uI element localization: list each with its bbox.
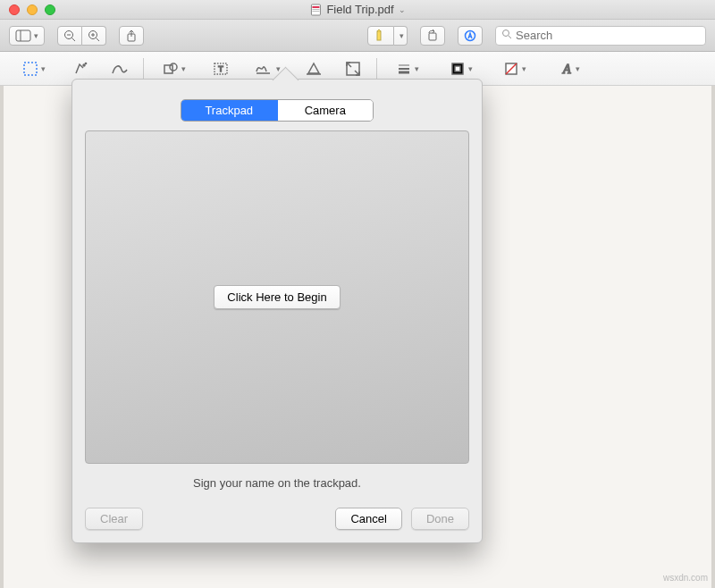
tab-camera[interactable]: Camera	[277, 100, 374, 121]
highlight-group: ▾	[367, 26, 408, 46]
chevron-down-icon: ▾	[415, 64, 419, 73]
svg-rect-37	[455, 66, 460, 71]
line-style-button[interactable]: ▾	[383, 57, 433, 80]
pdf-file-icon	[309, 4, 322, 16]
svg-line-7	[72, 38, 76, 41]
draw-button[interactable]	[102, 57, 138, 80]
close-window-button[interactable]	[9, 4, 20, 15]
preview-window: Field Trip.pdf ⌄ ▾ ▾	[0, 0, 715, 588]
zoom-group	[57, 26, 106, 46]
svg-point-22	[85, 63, 86, 63]
chevron-down-icon: ▾	[34, 31, 38, 40]
signature-source-tabs: Trackpad Camera	[181, 99, 374, 122]
popover-button-row: Clear Cancel Done	[85, 508, 469, 530]
signature-instruction: Sign your name on the trackpad.	[85, 476, 469, 490]
svg-rect-15	[377, 31, 381, 40]
signature-popover: Trackpad Camera Click Here to Begin Sign…	[72, 79, 483, 543]
watermark: wsxdn.com	[663, 573, 708, 583]
zoom-out-button[interactable]	[57, 26, 82, 46]
chevron-down-icon: ▾	[400, 31, 404, 40]
rotate-button[interactable]	[420, 26, 445, 46]
zoom-in-button[interactable]	[82, 26, 106, 46]
markup-button[interactable]	[458, 26, 483, 46]
title-bar: Field Trip.pdf ⌄	[0, 0, 715, 20]
fill-color-button[interactable]: ▾	[490, 57, 540, 80]
text-button[interactable]: T	[203, 57, 239, 80]
svg-line-10	[97, 38, 100, 41]
svg-text:T: T	[218, 64, 223, 73]
svg-rect-1	[312, 6, 319, 8]
svg-point-21	[83, 64, 85, 66]
svg-rect-2	[312, 9, 319, 10]
search-field[interactable]	[495, 26, 706, 46]
svg-rect-20	[24, 63, 37, 75]
text-style-button[interactable]: A▾	[543, 57, 593, 80]
svg-text:A: A	[562, 63, 571, 76]
chevron-down-icon: ▾	[181, 64, 186, 73]
share-button[interactable]	[119, 26, 144, 46]
signature-pad[interactable]: Click Here to Begin	[85, 130, 469, 464]
svg-marker-28	[308, 63, 319, 73]
shapes-button[interactable]: ▾	[149, 57, 199, 80]
view-sidebar-button[interactable]: ▾	[9, 26, 45, 46]
document-title[interactable]: Field Trip.pdf ⌄	[309, 3, 405, 16]
minimize-window-button[interactable]	[27, 4, 38, 15]
adjust-color-button[interactable]	[296, 57, 332, 80]
search-input[interactable]	[516, 29, 700, 42]
search-icon	[501, 29, 512, 42]
svg-rect-4	[16, 30, 30, 41]
begin-signature-button[interactable]: Click Here to Begin	[214, 285, 340, 309]
instant-alpha-button[interactable]	[63, 57, 98, 80]
adjust-size-button[interactable]	[335, 57, 371, 80]
svg-point-18	[503, 30, 509, 37]
border-color-button[interactable]: ▾	[436, 57, 486, 80]
main-toolbar: ▾ ▾	[0, 20, 715, 52]
svg-line-31	[348, 63, 351, 67]
svg-line-32	[355, 71, 358, 74]
done-button[interactable]: Done	[411, 508, 469, 530]
document-title-text: Field Trip.pdf	[326, 3, 393, 16]
highlight-menu-button[interactable]: ▾	[394, 26, 408, 46]
title-dropdown-icon[interactable]: ⌄	[399, 5, 406, 14]
traffic-lights	[0, 4, 55, 15]
chevron-down-icon: ▾	[576, 64, 580, 73]
svg-line-19	[509, 36, 511, 38]
chevron-down-icon: ▾	[522, 64, 526, 73]
svg-rect-3	[312, 11, 319, 12]
clear-button[interactable]: Clear	[85, 508, 143, 530]
document-content: Trackpad Camera Click Here to Begin Sign…	[0, 86, 715, 588]
chevron-down-icon: ▾	[41, 64, 46, 73]
maximize-window-button[interactable]	[45, 4, 55, 15]
highlight-button[interactable]	[367, 26, 394, 46]
chevron-down-icon: ▾	[468, 64, 473, 73]
selection-tool-button[interactable]: ▾	[9, 57, 59, 80]
svg-point-24	[170, 63, 177, 71]
cancel-button[interactable]: Cancel	[335, 508, 401, 530]
tab-trackpad[interactable]: Trackpad	[181, 100, 277, 121]
svg-rect-16	[429, 33, 436, 40]
